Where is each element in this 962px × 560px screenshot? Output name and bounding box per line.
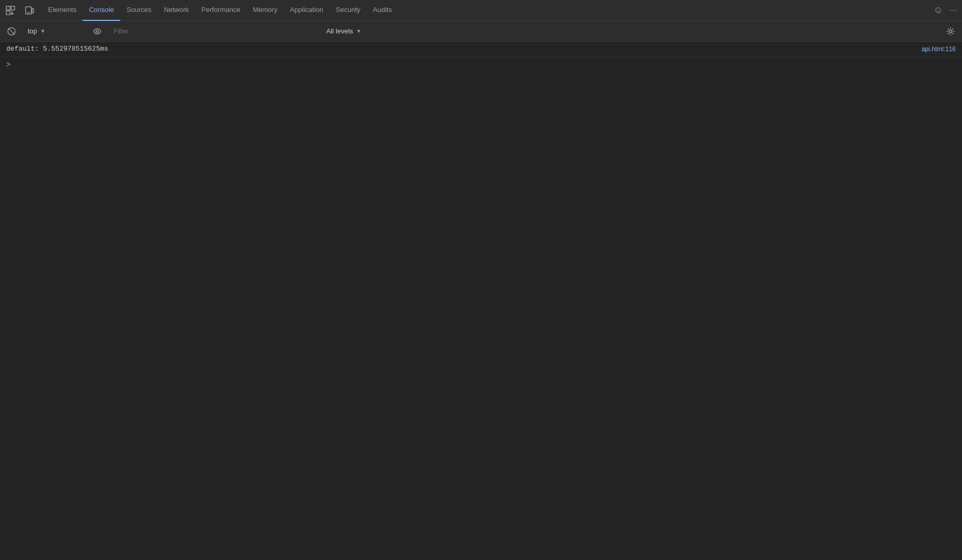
console-toolbar: top ▼ All levels ▼: [0, 21, 962, 42]
device-toolbar-icon[interactable]: [23, 4, 36, 17]
tab-memory[interactable]: Memory: [247, 0, 284, 21]
console-prompt[interactable]: >: [0, 57, 962, 72]
console-caret: >: [6, 59, 10, 69]
context-selector[interactable]: top ▼: [23, 26, 86, 37]
svg-point-9: [949, 30, 952, 32]
svg-rect-4: [32, 8, 33, 13]
svg-rect-1: [11, 6, 15, 10]
svg-rect-2: [6, 11, 10, 15]
svg-line-7: [8, 28, 15, 34]
console-log-entry: default: 5.552978515625ms api.html:116: [0, 42, 962, 57]
context-dropdown-arrow: ▼: [40, 28, 45, 34]
feedback-button[interactable]: ☺: [933, 5, 943, 16]
console-log-text: default: 5.552978515625ms: [6, 44, 108, 54]
tab-application[interactable]: Application: [284, 0, 330, 21]
console-input[interactable]: [15, 59, 956, 69]
tab-console[interactable]: Console: [83, 0, 120, 21]
tabs-right-actions: ☺ ···: [933, 5, 958, 16]
inspect-element-icon[interactable]: [4, 4, 17, 17]
tab-network[interactable]: Network: [158, 0, 196, 21]
tab-security[interactable]: Security: [329, 0, 367, 21]
svg-rect-3: [26, 7, 31, 14]
devtools-tabs-bar: Elements Console Sources Network Perform…: [0, 0, 962, 21]
filter-container: [109, 25, 318, 38]
filter-input[interactable]: [109, 25, 317, 37]
svg-point-8: [96, 30, 98, 32]
clear-console-button[interactable]: [4, 24, 19, 39]
log-levels-dropdown[interactable]: All levels ▼: [322, 25, 365, 37]
settings-button[interactable]: [943, 24, 958, 39]
tab-icon-group: [4, 4, 36, 17]
levels-dropdown-arrow: ▼: [356, 28, 361, 34]
tab-performance[interactable]: Performance: [195, 0, 246, 21]
tab-audits[interactable]: Audits: [367, 0, 398, 21]
eye-button[interactable]: [90, 24, 105, 39]
svg-rect-0: [6, 6, 10, 10]
console-log-source[interactable]: api.html:116: [922, 44, 956, 54]
levels-label: All levels: [326, 27, 353, 35]
tab-elements[interactable]: Elements: [42, 0, 83, 21]
context-value: top: [28, 27, 37, 35]
console-output: default: 5.552978515625ms api.html:116 >: [0, 42, 962, 559]
tab-sources[interactable]: Sources: [120, 0, 158, 21]
more-options-button[interactable]: ···: [949, 6, 958, 15]
